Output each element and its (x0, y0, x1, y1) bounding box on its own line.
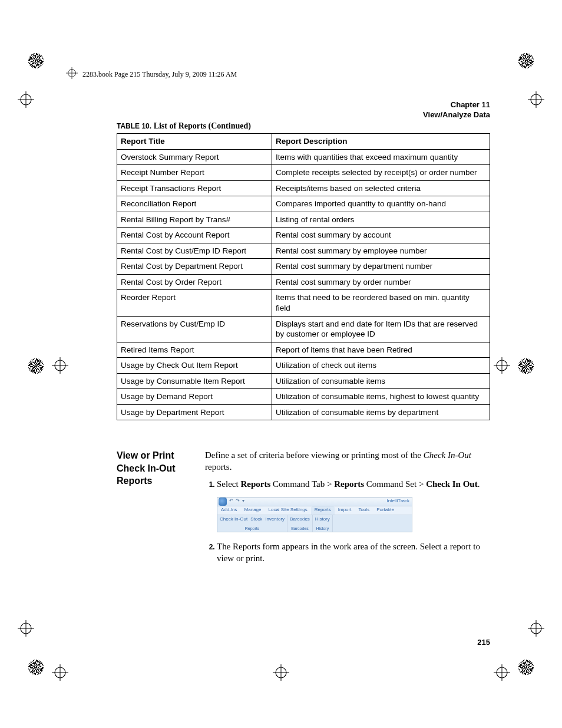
step-2: The Reports form appears in the work are… (217, 541, 490, 565)
table-row: Reconciliation ReportCompares imported q… (117, 196, 490, 212)
report-title-cell: Usage by Check Out Item Report (117, 358, 272, 374)
registration-dot-icon (28, 53, 44, 68)
report-desc-cell: Utilization of consumable items, highest… (272, 389, 490, 405)
ribbon-group-barcodes: Barcodes Barcodes (287, 515, 313, 532)
registration-mark-icon (528, 620, 544, 637)
ribbon-tab: Import (335, 506, 355, 515)
chapter-number: Chapter 11 (423, 100, 490, 110)
report-title-cell: Reconciliation Report (117, 196, 272, 212)
table-caption-rest: List of Reports (Continued) (151, 121, 251, 130)
ribbon-group-label: Reports (220, 526, 285, 531)
table-row: Reservations by Cust/Emp IDDisplays star… (117, 316, 490, 342)
registration-dot-icon (518, 660, 534, 675)
file-header-text: 2283.book Page 215 Thursday, July 9, 200… (82, 70, 237, 79)
registration-mark-icon (494, 357, 510, 374)
table-header-title: Report Title (117, 134, 272, 150)
report-desc-cell: Utilization of consumable items by depar… (272, 404, 490, 420)
chapter-header: Chapter 11 View/Analyze Data (423, 100, 490, 120)
ribbon-button: Stock (250, 516, 262, 523)
ribbon-tab: Reports (311, 506, 335, 515)
report-desc-cell: Items that need to be reordered based on… (272, 290, 490, 316)
report-title-cell: Reorder Report (117, 290, 272, 316)
report-title-cell: Rental Cost by Department Report (117, 259, 272, 275)
ribbon-screenshot: ↶↷▾ IntelliTrack Add-InsManageLocal Site… (217, 497, 412, 532)
ribbon-group-reports: Check In-OutStockInventory Reports (217, 515, 287, 532)
section-intro: Define a set of criteria before viewing … (205, 449, 490, 473)
report-desc-cell: Items with quantities that exceed maximu… (272, 149, 490, 165)
ribbon-button: Barcodes (290, 516, 310, 523)
report-desc-cell: Rental cost summary by account (272, 228, 490, 243)
registration-dot-icon (28, 358, 44, 374)
report-title-cell: Usage by Consumable Item Report (117, 373, 272, 389)
ribbon-group-label: Barcodes (290, 526, 310, 531)
registration-mark-icon (18, 620, 34, 637)
table-row: Reorder ReportItems that need to be reor… (117, 290, 490, 316)
report-title-cell: Rental Cost by Account Report (117, 228, 272, 243)
report-title-cell: Reservations by Cust/Emp ID (117, 316, 272, 342)
registration-mark-icon (273, 664, 289, 681)
report-desc-cell: Rental cost summary by employee number (272, 243, 490, 259)
table-caption: TABLE 10. List of Reports (Continued) (117, 121, 251, 131)
table-row: Rental Billing Report by Trans#Listing o… (117, 212, 490, 228)
report-desc-cell: Displays start and end date for Item IDs… (272, 316, 490, 342)
ribbon-tab: Tools (355, 506, 373, 515)
report-title-cell: Rental Billing Report by Trans# (117, 212, 272, 228)
registration-dot-icon (518, 358, 534, 374)
report-title-cell: Receipt Transactions Report (117, 180, 272, 196)
app-brand: IntelliTrack (387, 498, 409, 505)
registration-mark-icon (528, 91, 544, 108)
app-orb-icon (219, 498, 227, 506)
table-row: Rental Cost by Cust/Emp ID ReportRental … (117, 243, 490, 259)
report-desc-cell: Complete receipts selected by receipt(s)… (272, 165, 490, 181)
file-header-line: 2283.book Page 215 Thursday, July 9, 200… (66, 67, 237, 81)
report-title-cell: Usage by Department Report (117, 404, 272, 420)
report-title-cell: Receipt Number Report (117, 165, 272, 181)
quick-access-toolbar: ↶↷▾ (229, 498, 244, 505)
table-caption-lead: TABLE 10. (117, 122, 151, 130)
report-desc-cell: Rental cost summary by order number (272, 274, 490, 290)
step-1: Select Reports Command Tab > Reports Com… (217, 478, 490, 532)
report-title-cell: Rental Cost by Order Report (117, 274, 272, 290)
report-desc-cell: Receipts/items based on selected criteri… (272, 180, 490, 196)
table-row: Rental Cost by Account ReportRental cost… (117, 228, 490, 243)
qat-icon: ▾ (242, 498, 244, 505)
report-title-cell: Rental Cost by Cust/Emp ID Report (117, 243, 272, 259)
reports-table: Report Title Report Description Overstoc… (117, 133, 490, 420)
chapter-title: View/Analyze Data (423, 110, 490, 120)
registration-dot-icon (518, 53, 534, 68)
ribbon-tab: Portable (373, 506, 398, 515)
report-title-cell: Retired Items Report (117, 342, 272, 358)
registration-mark-icon (494, 664, 510, 681)
ribbon-tabs: Add-InsManageLocal Site SettingsReportsI… (217, 506, 412, 515)
table-row: Rental Cost by Order ReportRental cost s… (117, 274, 490, 290)
ribbon-button: Inventory (265, 516, 285, 523)
page-number: 215 (477, 638, 490, 647)
section-heading: View or Print Check In-Out Reports (117, 449, 193, 487)
report-title-cell: Usage by Demand Report (117, 389, 272, 405)
report-desc-cell: Rental cost summary by department number (272, 259, 490, 275)
report-desc-cell: Utilization of consumable items (272, 373, 490, 389)
qat-icon: ↷ (236, 498, 240, 505)
table-header-desc: Report Description (272, 134, 490, 150)
report-desc-cell: Compares imported quantity to quantity o… (272, 196, 490, 212)
registration-mark-icon (52, 357, 68, 374)
table-row: Usage by Department ReportUtilization of… (117, 404, 490, 420)
ribbon-button: Check In-Out (220, 516, 247, 523)
table-row: Rental Cost by Department ReportRental c… (117, 259, 490, 275)
ribbon-button: History (315, 516, 330, 523)
table-row: Usage by Consumable Item ReportUtilizati… (117, 373, 490, 389)
registration-mark-icon (52, 664, 68, 681)
report-desc-cell: Listing of rental orders (272, 212, 490, 228)
table-row: Retired Items ReportReport of items that… (117, 342, 490, 358)
ribbon-tab: Add-Ins (217, 506, 241, 515)
table-row: Receipt Transactions ReportReceipts/item… (117, 180, 490, 196)
report-title-cell: Overstock Summary Report (117, 149, 272, 165)
ribbon-tab: Manage (241, 506, 265, 515)
registration-mark-icon (18, 91, 34, 108)
report-desc-cell: Report of items that have been Retired (272, 342, 490, 358)
table-row: Usage by Demand ReportUtilization of con… (117, 389, 490, 405)
ribbon-group-label: History (315, 526, 330, 531)
ribbon-tab: Local Site Settings (265, 506, 311, 515)
table-row: Receipt Number ReportComplete receipts s… (117, 165, 490, 181)
qat-icon: ↶ (229, 498, 233, 505)
